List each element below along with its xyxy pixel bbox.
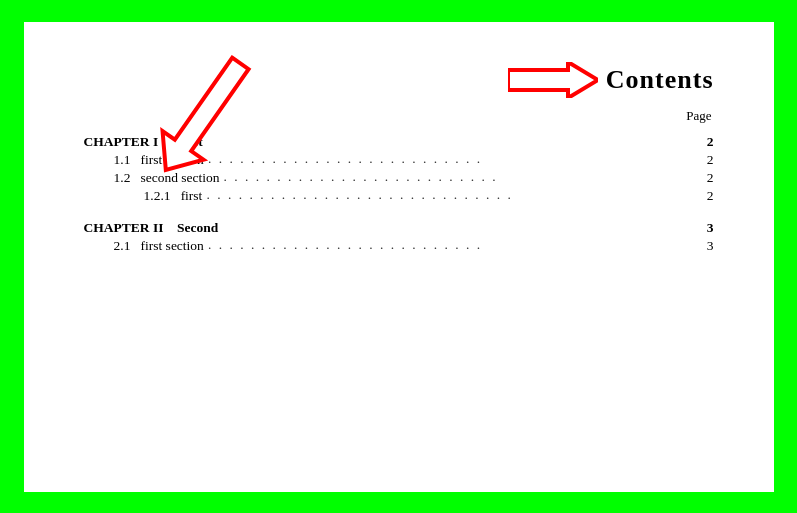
section-1-2-1-dots: . . . . . . . . . . . . . . . . . . . . … <box>206 187 697 203</box>
page-header-label: Page <box>686 108 711 124</box>
section-2-1-label: 2.1 first section <box>114 238 204 254</box>
section-1-2-1-page: 2 <box>702 188 714 204</box>
section-2-1-dots: . . . . . . . . . . . . . . . . . . . . … <box>208 237 698 253</box>
svg-marker-2 <box>508 62 598 98</box>
section-1-1-page: 2 <box>702 152 714 168</box>
contents-title: Contents <box>606 65 714 95</box>
section-1-1-dots: . . . . . . . . . . . . . . . . . . . . … <box>208 151 698 167</box>
chapter-ii-page: 3 <box>702 220 714 236</box>
document-page: Contents Page CHAPTER I First 2 1.1 firs… <box>24 22 774 492</box>
header-area: Contents <box>84 62 714 98</box>
chapter-ii-row: CHAPTER II Second 3 <box>84 220 714 236</box>
section-2-1-page: 3 <box>702 238 714 254</box>
chapter-ii-label: CHAPTER II Second <box>84 220 219 236</box>
section-2-1-row: 2.1 first section . . . . . . . . . . . … <box>84 238 714 254</box>
section-1-2-dots: . . . . . . . . . . . . . . . . . . . . … <box>224 169 698 185</box>
contents-arrow-icon <box>508 62 598 98</box>
section-1-2-page: 2 <box>702 170 714 186</box>
chapter-i-page: 2 <box>702 134 714 150</box>
